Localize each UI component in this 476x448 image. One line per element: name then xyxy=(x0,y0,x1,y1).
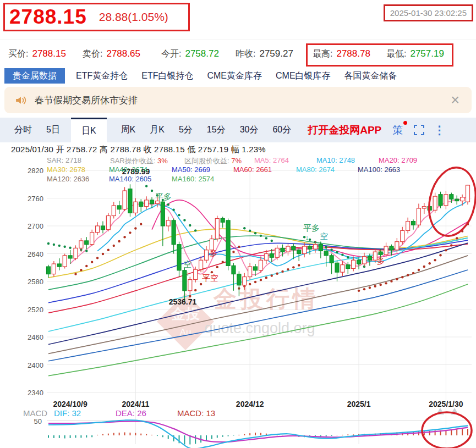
indicator-ma100: MA100: 2663 xyxy=(358,165,400,174)
indicator-sar: SAR: 2718 xyxy=(47,156,81,164)
svg-text:2025/1: 2025/1 xyxy=(347,400,371,408)
indicator-ma60: MA60: 2661 xyxy=(233,165,272,174)
quote-high: 最高:2788.78 xyxy=(313,48,370,60)
svg-text:空: 空 xyxy=(320,231,329,241)
timestamp-box: 2025-01-30 23:02:25 xyxy=(384,4,473,21)
period-5min[interactable]: 5分 xyxy=(179,124,193,136)
fullscreen-icon[interactable] xyxy=(414,125,424,135)
indicator-range-return: 区间股价收益: 7% xyxy=(184,156,242,166)
header-divider xyxy=(0,40,476,40)
notification-dot xyxy=(403,121,407,125)
period-realtime[interactable]: 分时 xyxy=(14,124,32,136)
speaker-icon xyxy=(14,93,28,107)
indicator-ma5: MA5: 2764 xyxy=(254,156,289,164)
svg-text:2700: 2700 xyxy=(28,222,43,230)
more-menu-icon[interactable]: ⋮ xyxy=(434,124,445,137)
indicator-ma160: MA160: 2574 xyxy=(172,175,214,183)
svg-text:金投行情: 金投行情 xyxy=(213,286,319,312)
svg-text:金投: 金投 xyxy=(171,306,200,322)
svg-text:多: 多 xyxy=(377,256,385,266)
period-15min[interactable]: 15分 xyxy=(207,124,226,136)
svg-text:DEA: 26: DEA: 26 xyxy=(116,408,146,418)
quote-prev-close: 昨收:2759.27 xyxy=(236,48,293,60)
svg-text:2024/10/9: 2024/10/9 xyxy=(53,400,87,408)
quote-open-today: 今开:2758.72 xyxy=(161,48,219,60)
svg-text:平多: 平多 xyxy=(303,223,320,233)
price-box: 2788.15 28.88(1.05%) xyxy=(3,3,190,31)
svg-text:2025/1/30: 2025/1/30 xyxy=(429,400,463,408)
indicator-ma50: MA50: 2669 xyxy=(172,165,210,174)
chart-toolbar: 分时 5日 日K 周K 月K 5分 15分 30分 60分 打开金投网APP 策… xyxy=(0,118,476,142)
indicator-ma10: MA10: 2748 xyxy=(316,156,355,164)
svg-text:2520: 2520 xyxy=(28,306,43,314)
svg-text:↓: ↓ xyxy=(186,269,190,277)
tab-national-gold-reserves[interactable]: 各国黄金储备 xyxy=(344,70,397,82)
svg-text:2400: 2400 xyxy=(28,361,43,369)
indicator-ma140: MA140: 2605 xyxy=(109,175,151,183)
svg-text:2580: 2580 xyxy=(28,278,43,286)
svg-text:2820: 2820 xyxy=(28,167,43,175)
candlestick-chart[interactable]: 282027602700264025802520246024002340金投Au… xyxy=(0,154,476,448)
svg-text:MACD: MACD xyxy=(23,408,47,418)
quote-low: 最低:2757.19 xyxy=(386,48,444,60)
svg-text:↑: ↑ xyxy=(201,265,205,274)
indicator-sar-return: SAR操作收益: 3% xyxy=(110,156,168,166)
notice-link[interactable]: 春节假期交易所休市安排 xyxy=(35,94,138,107)
svg-text:2460: 2460 xyxy=(28,333,43,341)
svg-text:平多: 平多 xyxy=(155,192,172,201)
close-icon[interactable]: × xyxy=(451,93,459,108)
period-5day[interactable]: 5日 xyxy=(46,124,60,136)
tab-cme-gold-stock[interactable]: CME黄金库存 xyxy=(207,70,262,82)
svg-text:50: 50 xyxy=(34,417,42,425)
open-app-link[interactable]: 打开金投网APP xyxy=(308,123,381,137)
strategy-icon[interactable]: 策 xyxy=(392,123,403,137)
quote-sell-price: 卖价:2788.65 xyxy=(83,48,140,60)
indicator-ma20: MA20: 2709 xyxy=(379,156,417,164)
svg-text:DIF: 32: DIF: 32 xyxy=(54,408,81,418)
period-60min[interactable]: 60分 xyxy=(272,124,291,136)
tab-etf-gold-holdings[interactable]: ETF黄金持仓 xyxy=(76,70,128,82)
tab-cme-silver-stock[interactable]: CME白银库存 xyxy=(276,70,331,82)
price-change: 28.88(1.05%) xyxy=(99,10,168,24)
svg-text:平空: 平空 xyxy=(202,273,218,283)
svg-text:2340: 2340 xyxy=(28,389,43,397)
svg-text:↓: ↓ xyxy=(305,233,309,242)
svg-text:2024/11: 2024/11 xyxy=(122,400,149,408)
svg-text:2536.71: 2536.71 xyxy=(169,297,197,306)
svg-text:↑: ↑ xyxy=(378,247,382,256)
current-price: 2788.15 xyxy=(9,5,87,29)
period-week-k[interactable]: 周K xyxy=(121,124,136,136)
indicator-ma120: MA120: 2636 xyxy=(47,175,89,183)
period-30min[interactable]: 30分 xyxy=(240,124,259,136)
period-daily-k[interactable]: 日K xyxy=(71,118,107,142)
indicator-ma40: MA40: 2674 xyxy=(109,165,147,174)
quote-buy-price: 买价:2788.15 xyxy=(8,48,66,60)
period-month-k[interactable]: 月K xyxy=(150,124,165,136)
svg-text:空: 空 xyxy=(184,259,192,269)
svg-text:2640: 2640 xyxy=(28,250,43,258)
svg-text:多: 多 xyxy=(210,248,218,258)
svg-text:2760: 2760 xyxy=(28,195,43,203)
indicator-ma30: MA30: 2678 xyxy=(47,165,85,174)
notice-bar: 春节假期交易所休市安排 × xyxy=(4,87,472,113)
indicator-ma80: MA80: 2674 xyxy=(296,165,335,174)
svg-text:2024/12: 2024/12 xyxy=(236,400,264,408)
data-tab-bar: 贵金属数据 ETF黄金持仓 ETF白银持仓 CME黄金库存 CME白银库存 各国… xyxy=(4,68,476,84)
tab-etf-silver-holdings[interactable]: ETF白银持仓 xyxy=(141,70,193,82)
tab-precious-metal-data[interactable]: 贵金属数据 xyxy=(4,68,65,84)
svg-text:MACD: 13: MACD: 13 xyxy=(177,408,215,418)
